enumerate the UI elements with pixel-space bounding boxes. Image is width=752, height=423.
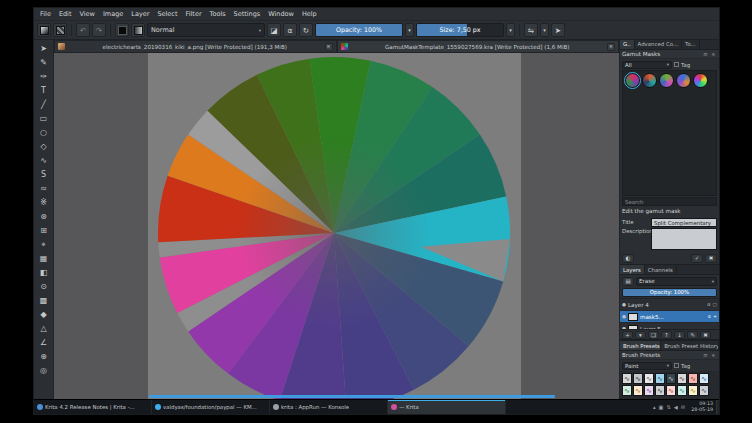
tab-layers[interactable]: Layers [620,265,645,274]
show-desktop-button[interactable] [716,400,719,414]
layer-opacity-slider[interactable]: Opacity: 100% [622,288,717,297]
mask-title-input[interactable]: Split Complementary [651,218,717,227]
close-document-icon[interactable]: ✕ [607,43,615,51]
dynamic-brush-tool[interactable]: ※ [36,196,52,209]
calligraphy-tool[interactable]: ✑ [36,70,52,83]
taskbar-item-3[interactable]: krita : AppRun — Konsole [270,400,388,414]
gamut-filter-dropdown[interactable]: All ▾ [622,61,672,69]
visibility-icon[interactable]: ● [622,302,626,307]
transform-tool[interactable]: ⊞ [36,224,52,237]
tab-brush-preset-history[interactable]: Brush Preset History [661,341,719,350]
canvas-viewport[interactable] [54,53,619,399]
dock-tab-tool-options[interactable]: To... [682,40,700,49]
opacity-dropdown-icon[interactable]: ▾ [405,23,414,37]
float-docker-icon[interactable]: ⊡ [702,353,709,358]
redo-icon[interactable]: ↷ [92,23,106,37]
brush-preset-thumb-6[interactable]: ∿ [677,373,687,384]
layer-properties-button[interactable]: ✎ [687,331,698,339]
gradient-tool[interactable]: ◧ [36,266,52,279]
menu-select[interactable]: Select [153,10,181,18]
taskbar-item-4[interactable]: — Krita [388,400,506,414]
menu-file[interactable]: File [36,10,55,18]
close-document-icon[interactable]: ✕ [325,43,333,51]
zoom-tool[interactable]: ⊕ [36,350,52,363]
brush-preset-thumb-5[interactable]: ∿ [666,373,676,384]
tray-mail-icon[interactable]: ✉ [681,404,685,410]
freehand-path-tool[interactable]: ≈ [36,182,52,195]
menu-filter[interactable]: Filter [181,10,205,18]
close-docker-icon[interactable]: ✕ [710,353,717,358]
brush-preset-thumb-8[interactable]: ∿ [699,373,709,384]
freehand-brush-tool[interactable]: ✎ [36,56,52,69]
document-tab-gamutmask[interactable]: GamutMaskTemplate_1559027569.kra [Write … [337,40,620,53]
gamut-mask-thumb-1[interactable] [625,73,640,88]
add-layer-button[interactable]: + [622,331,633,339]
dock-tab-gamut-masks[interactable]: G.. [620,40,635,49]
move-tool[interactable]: ⌖ [36,238,52,251]
tab-channels[interactable]: Channels [645,265,677,274]
menu-help[interactable]: Help [298,10,321,18]
polyline-tool[interactable]: ∿ [36,154,52,167]
brush-preset-thumb-2[interactable]: ∿ [633,373,643,384]
menu-settings[interactable]: Settings [230,10,265,18]
document-tab-kiki[interactable]: electrichearts_20190316_kiki_a.png [Writ… [54,40,337,53]
size-slider[interactable]: Size: 7,50 px [416,23,504,37]
brush-preset-thumb-10[interactable]: ∿ [633,385,643,396]
mirror-icon[interactable]: ⇋ [524,23,538,37]
assistants-tool[interactable]: △ [36,322,52,335]
tray-expand-icon[interactable]: ▴ [653,404,656,410]
duplicate-layer-button[interactable]: ❏ [648,331,659,339]
color-sampler-tool[interactable]: ⊙ [36,280,52,293]
pattern-chooser-button[interactable] [53,23,67,37]
taskbar-item-1[interactable]: Krita 4.2 Release Notes | Krita -... [34,400,152,414]
menu-tools[interactable]: Tools [206,10,230,18]
menu-layer[interactable]: Layer [127,10,153,18]
pattern-tool[interactable]: ▩ [36,294,52,307]
gamut-mask-thumb-3[interactable] [659,73,674,88]
mask-description-input[interactable] [651,228,717,250]
tray-network-icon[interactable]: ⇅ [667,404,671,410]
text-tool[interactable]: T [36,84,52,97]
ellipse-tool[interactable]: ○ [36,126,52,139]
layer-filter-icon[interactable]: ▤ [622,277,634,286]
bezier-curve-tool[interactable]: S [36,168,52,181]
brush-preset-thumb-12[interactable]: ∿ [655,385,665,396]
opacity-slider[interactable]: Opacity: 100% [315,23,403,37]
float-docker-icon[interactable]: ⊡ [702,52,709,57]
add-layer-dropdown-icon[interactable]: ▾ [635,331,646,339]
mirror-dropdown-icon[interactable]: ▾ [540,23,549,37]
line-tool[interactable]: ╱ [36,98,52,111]
preserve-alpha-icon[interactable]: α [283,23,297,37]
preset-filter-dropdown[interactable]: Paint ▾ [622,362,672,370]
brush-preset-thumb-16[interactable]: ∿ [699,385,709,396]
gamut-mask-thumb-5[interactable] [693,73,708,88]
preset-tag-checkbox[interactable] [674,363,679,368]
gamut-search-input[interactable]: Search [622,197,717,206]
eraser-mode-icon[interactable]: ◪ [267,23,281,37]
brush-preset-thumb-1[interactable]: ∿ [622,373,632,384]
layer-row-layer4[interactable]: ● Layer 4 α ▢ [620,299,719,311]
gamut-tag-checkbox[interactable] [674,62,679,67]
dock-tab-advanced-color[interactable]: Advanced Co... [635,40,682,49]
mask-cancel-button[interactable]: ✖ [705,254,717,263]
blending-mode-dropdown[interactable]: Normal ▾ [147,23,265,37]
measure-tool[interactable]: ∠ [36,336,52,349]
gradient-chooser-button[interactable] [37,23,51,37]
brush-preset-thumb-9[interactable]: ∿ [622,385,632,396]
layer-row-mask5[interactable]: ● mask5... α + [620,311,719,323]
polygon-tool[interactable]: ◇ [36,140,52,153]
brush-preset-thumb-4[interactable]: ∿ [655,373,665,384]
move-layer-down-button[interactable]: ↓ [674,331,685,339]
brush-preset-thumb-7[interactable]: ∿ [688,373,698,384]
menu-window[interactable]: Window [264,10,298,18]
mask-preview-button[interactable]: ◐ [622,254,634,263]
gradient-swatch[interactable] [131,23,145,37]
crop-tool[interactable]: ▦ [36,252,52,265]
pan-tool[interactable]: ◎ [36,364,52,377]
menu-image[interactable]: Image [99,10,127,18]
menu-edit[interactable]: Edit [55,10,76,18]
fill-tool[interactable]: ◆ [36,308,52,321]
undo-icon[interactable]: ↶ [76,23,90,37]
delete-layer-button[interactable]: ✖ [700,331,711,339]
tab-brush-presets[interactable]: Brush Presets [620,341,661,350]
